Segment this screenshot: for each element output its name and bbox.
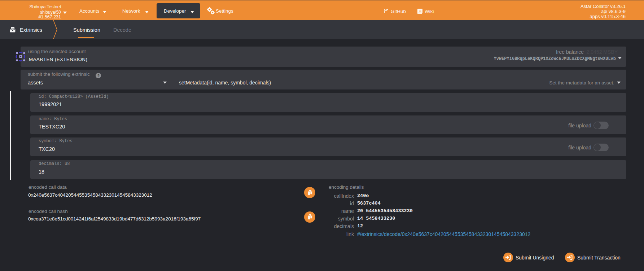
svg-text:?: ? bbox=[97, 74, 100, 78]
